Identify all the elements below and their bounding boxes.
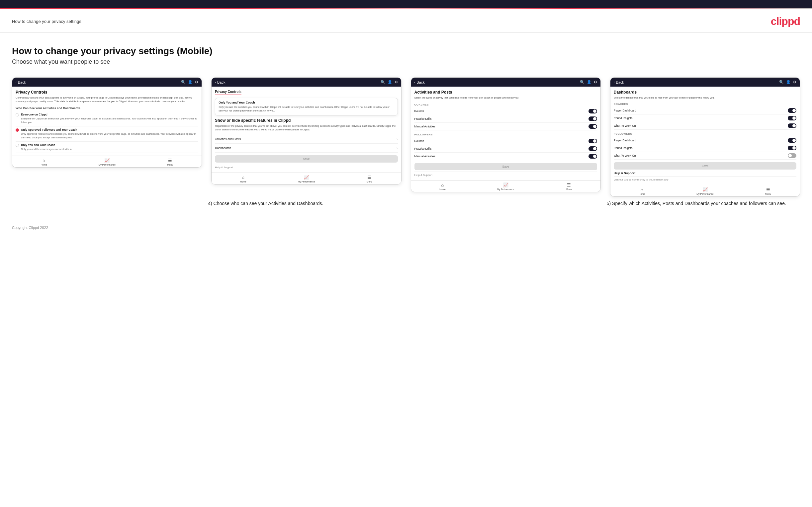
toggle4-coaches-player-switch[interactable] (788, 108, 796, 113)
toggle-followers-drills[interactable]: Practice Drills (414, 145, 597, 153)
menu-icon2: ☰ (367, 175, 371, 180)
radio-coach-only-circle (16, 144, 19, 147)
toggle4-coaches-player[interactable]: Player Dashboard (614, 107, 796, 114)
followers-label3: FOLLOWERS (414, 133, 597, 136)
save-button2[interactable]: Save (215, 155, 398, 163)
search-icon[interactable]: 🔍 (181, 80, 186, 84)
screen3-nav: ⌂ Home 📈 My Performance ☰ Menu (411, 180, 601, 192)
person-icon2[interactable]: 👤 (388, 80, 392, 84)
toggle-followers-rounds-switch[interactable] (589, 139, 597, 143)
top-bar (0, 0, 812, 9)
toggle4-coaches-insights[interactable]: Round Insights (614, 114, 796, 122)
show-hide-desc: Regardless of the privacy controls that … (215, 124, 398, 131)
radio-everyone[interactable]: Everyone on Clippd Everyone on Clippd ca… (16, 111, 198, 126)
person-icon4[interactable]: 👤 (786, 80, 791, 84)
nav2-home-label: Home (240, 180, 246, 183)
screen2-back[interactable]: ‹ Back (215, 80, 225, 84)
toggle4-followers-player-switch[interactable] (788, 138, 796, 143)
toggle4-coaches-work-switch[interactable] (788, 123, 796, 128)
nav-performance[interactable]: 📈 My Performance (75, 158, 139, 166)
toggle4-followers-work-switch[interactable] (788, 153, 796, 158)
toggle-coaches-drills-switch[interactable] (589, 116, 597, 121)
footer: Copyright Clippd 2022 (0, 220, 812, 235)
nav-home[interactable]: ⌂ Home (12, 158, 75, 166)
toggle4-followers-player[interactable]: Player Dashboard (614, 137, 796, 144)
toggle4-coaches-insights-label: Round Insights (614, 116, 633, 120)
person-icon3[interactable]: 👤 (587, 80, 592, 84)
help-support2: Help & Support (215, 164, 398, 170)
toggle-followers-rounds[interactable]: Rounds (414, 137, 597, 145)
nav4-home[interactable]: ⌂ Home (610, 187, 673, 195)
radio-approved-circle (16, 128, 19, 132)
settings-icon[interactable]: ⚙ (195, 80, 198, 84)
screen2-frame: ‹ Back 🔍 👤 ⚙ Privacy Controls Only You a… (211, 77, 401, 184)
popup-desc: Only you and the coaches you connect wit… (218, 106, 394, 112)
toggle4-coaches-insights-switch[interactable] (788, 116, 796, 120)
toggle-followers-rounds-label: Rounds (414, 139, 424, 143)
toggle-followers-manual[interactable]: Manual Activities (414, 153, 597, 160)
nav-menu[interactable]: ☰ Menu (139, 158, 202, 166)
toggle4-coaches-work[interactable]: What To Work On (614, 122, 796, 130)
toggle-coaches-manual-switch[interactable] (589, 124, 597, 129)
screen3-back[interactable]: ‹ Back (414, 80, 425, 84)
save-button3[interactable]: Save (414, 163, 597, 170)
screen1-content: Privacy Controls Control how you and you… (12, 87, 202, 153)
nav4-home-label: Home (639, 193, 645, 195)
screen2-nav: ⌂ Home 📈 My Performance ☰ Menu (211, 173, 401, 184)
nav2-menu[interactable]: ☰ Menu (338, 175, 401, 183)
search-icon4[interactable]: 🔍 (779, 80, 784, 84)
toggle-followers-manual-switch[interactable] (589, 154, 597, 159)
help-support3: Help & Support (414, 172, 597, 177)
radio-coach-only[interactable]: Only You and Your Coach Only you and the… (16, 142, 198, 153)
nav3-home[interactable]: ⌂ Home (411, 182, 474, 190)
breadcrumb: How to change your privacy settings (12, 19, 81, 24)
nav4-performance[interactable]: 📈 My Performance (673, 187, 737, 195)
screen4-back[interactable]: ‹ Back (614, 80, 624, 84)
settings-icon4[interactable]: ⚙ (793, 80, 796, 84)
toggle4-followers-work[interactable]: What To Work On (614, 152, 796, 160)
save-button4[interactable]: Save (614, 162, 796, 170)
caption-left: 4) Choose who can see your Activities an… (12, 200, 402, 207)
chevron-dashboards[interactable]: Dashboards › (215, 144, 398, 153)
screen1-topbar: ‹ Back 🔍 👤 ⚙ (12, 78, 202, 87)
toggle-coaches-drills-label: Practice Drills (414, 117, 432, 120)
toggle-followers-drills-switch[interactable] (589, 146, 597, 151)
toggle-coaches-rounds[interactable]: Rounds (414, 108, 597, 115)
nav2-home[interactable]: ⌂ Home (211, 175, 275, 183)
screen3-content: Activities and Posts Select the types of… (411, 87, 601, 177)
toggle4-followers-insights-switch[interactable] (788, 146, 796, 150)
radio-everyone-circle (16, 113, 19, 116)
caption2: 5) Specify which Activities, Posts and D… (607, 200, 800, 207)
toggle4-followers-work-label: What To Work On (614, 154, 636, 157)
toggle-coaches-manual-label: Manual Activities (414, 125, 436, 128)
screen3-icons: 🔍 👤 ⚙ (580, 80, 597, 84)
nav3-menu[interactable]: ☰ Menu (537, 182, 601, 190)
toggle-coaches-manual[interactable]: Manual Activities (414, 123, 597, 130)
nav-performance-label: My Performance (98, 164, 115, 166)
spacer2 (411, 200, 604, 207)
screen2-tab: Privacy Controls (215, 90, 241, 95)
search-icon2[interactable]: 🔍 (380, 80, 385, 84)
nav2-performance[interactable]: 📈 My Performance (275, 175, 338, 183)
chart-icon3: 📈 (503, 182, 508, 187)
nav4-menu[interactable]: ☰ Menu (737, 187, 800, 195)
header: How to change your privacy settings clip… (0, 9, 812, 33)
radio-approved[interactable]: Only Approved Followers and Your Coach O… (16, 126, 198, 142)
screen1-back[interactable]: ‹ Back (16, 80, 26, 84)
person-icon[interactable]: 👤 (188, 80, 193, 84)
popup-title: Only You and Your Coach (218, 101, 394, 104)
nav3-performance[interactable]: 📈 My Performance (474, 182, 537, 190)
screen3-frame: ‹ Back 🔍 👤 ⚙ Activities and Posts Select… (411, 77, 601, 192)
toggle-coaches-drills[interactable]: Practice Drills (414, 115, 597, 123)
toggle4-followers-insights[interactable]: Round Insights (614, 144, 796, 152)
chevron-activities[interactable]: Activities and Posts › (215, 135, 398, 144)
caption1: 4) Choose who can see your Activities an… (208, 200, 401, 207)
popup-card: Only You and Your Coach Only you and the… (215, 98, 398, 115)
menu-icon: ☰ (168, 158, 172, 163)
settings-icon3[interactable]: ⚙ (594, 80, 597, 84)
screen1-desc: Control how you and your data appears to… (16, 96, 198, 103)
screen4-icons: 🔍 👤 ⚙ (779, 80, 796, 84)
search-icon3[interactable]: 🔍 (580, 80, 585, 84)
settings-icon2[interactable]: ⚙ (395, 80, 398, 84)
toggle-coaches-rounds-switch[interactable] (589, 109, 597, 113)
